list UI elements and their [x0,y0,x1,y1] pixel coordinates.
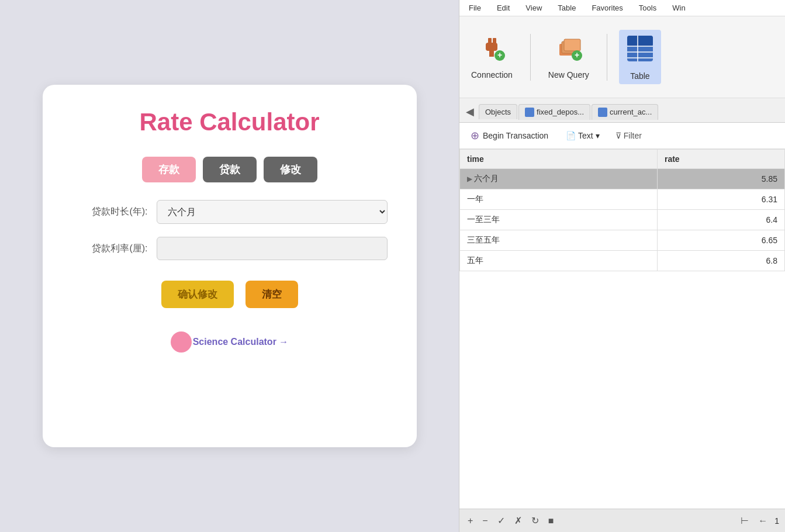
menu-table[interactable]: Table [554,2,579,13]
first-page-button[interactable]: ⊢ [738,514,751,527]
toolbar-new-query[interactable]: + New Query [542,31,595,83]
stop-button[interactable]: ■ [546,514,556,527]
refresh-button[interactable]: ↻ [529,514,541,527]
table-row[interactable]: ▶ 六个月5.85 [460,169,785,189]
toolbar-connection[interactable]: + Connection [465,31,518,83]
table-icon [625,33,655,68]
menu-file[interactable]: File [465,2,485,13]
table-row[interactable]: 一至三年6.4 [460,210,785,230]
db-table-container[interactable]: time rate ▶ 六个月5.85一年6.31一至三年6.4三至五年6.65… [459,149,785,509]
science-dot [171,331,192,353]
col-header-rate: rate [657,150,784,169]
confirm-change-button[interactable]: ✓ [495,514,507,527]
cell-time: 一至三年 [460,210,658,230]
db-tabs: ◀ Objects fixed_depos... current_ac... [459,98,785,123]
remove-row-button[interactable]: − [480,514,490,527]
svg-text:+: + [497,50,502,60]
toolbar-divider-1 [530,34,531,81]
calculator-title: Rate Calculator [139,108,319,136]
cell-time: 三至五年 [460,230,658,251]
svg-rect-12 [627,36,653,46]
bottom-left-controls: + − ✓ ✗ ↻ ■ [465,514,556,527]
rate-input[interactable] [157,237,388,260]
tab-loan[interactable]: 贷款 [203,157,257,182]
svg-rect-2 [486,43,497,51]
begin-transaction-button[interactable]: ⊕ Begin Transaction [464,126,555,145]
tab-buttons: 存款 贷款 修改 [142,157,317,182]
cell-rate: 6.31 [657,189,784,210]
clear-button[interactable]: 清空 [245,281,298,308]
tab-objects[interactable]: Objects [479,104,517,119]
cell-time: 五年 [460,251,658,271]
menu-favorites[interactable]: Favorites [588,2,626,13]
tab-deposit[interactable]: 存款 [142,157,196,182]
connection-label: Connection [471,70,513,80]
page-number: 1 [774,516,779,526]
current-account-icon [598,108,607,117]
svg-text:+: + [575,50,579,60]
cell-time: 一年 [460,189,658,210]
form-section: 贷款时长(年): 六个月 一年 一至三年 三至五年 五年 贷款利率(厘): [72,200,388,260]
text-dropdown-icon: ▾ [596,131,600,140]
filter-label: Filter [624,131,642,140]
svg-rect-8 [564,39,580,51]
duration-select[interactable]: 六个月 一年 一至三年 三至五年 五年 [157,200,388,224]
svg-rect-3 [489,51,494,57]
cell-rate: 6.8 [657,251,784,271]
rate-label: 贷款利率(厘): [72,243,148,255]
science-calculator-link[interactable]: Science Calculator → [181,337,289,347]
confirm-button[interactable]: 确认修改 [161,281,234,308]
menu-win[interactable]: Win [669,2,689,13]
objects-tab-label: Objects [485,108,511,116]
fixed-deposit-label: fixed_depos... [537,108,584,116]
toolbar-divider-2 [607,34,607,81]
db-bottom-bar: + − ✓ ✗ ↻ ■ ⊢ ← 1 [459,509,785,532]
prev-page-button[interactable]: ← [756,514,770,527]
bottom-right-controls: ⊢ ← 1 [738,514,779,527]
calculator-card: Rate Calculator 存款 贷款 修改 贷款时长(年): 六个月 一年… [43,85,417,447]
cell-rate: 6.4 [657,210,784,230]
cell-rate: 5.85 [657,169,784,189]
current-account-label: current_ac... [610,108,652,116]
row-arrow-icon: ▶ [467,175,474,183]
tab-fixed-deposit[interactable]: fixed_depos... [518,104,590,120]
left-panel: Rate Calculator 存款 贷款 修改 贷款时长(年): 六个月 一年… [0,0,459,532]
menu-view[interactable]: View [522,2,545,13]
text-label: Text [578,131,593,140]
col-header-time: time [460,150,658,169]
add-row-button[interactable]: + [465,514,475,527]
filter-button[interactable]: ⊽ Filter [611,129,646,143]
duration-row: 贷款时长(年): 六个月 一年 一至三年 三至五年 五年 [72,200,388,224]
db-action-bar: ⊕ Begin Transaction 📄 Text ▾ ⊽ Filter [459,123,785,149]
rate-row: 贷款利率(厘): [72,237,388,260]
begin-transaction-label: Begin Transaction [483,131,548,140]
data-table: time rate ▶ 六个月5.85一年6.31一至三年6.4三至五年6.65… [459,149,785,271]
filter-icon: ⊽ [615,131,621,140]
new-query-label: New Query [548,70,589,80]
collapse-button[interactable]: ◀ [462,103,478,120]
menu-edit[interactable]: Edit [493,2,513,13]
new-query-icon: + [555,34,583,67]
fixed-deposit-icon [525,108,534,117]
begin-transaction-icon: ⊕ [471,129,479,142]
menu-tools[interactable]: Tools [635,2,660,13]
cell-rate: 6.65 [657,230,784,251]
connection-icon: + [478,34,506,67]
tab-current-account[interactable]: current_ac... [592,104,658,120]
science-link-wrapper: Science Calculator → [171,331,289,353]
duration-label: 贷款时长(年): [72,206,148,218]
text-button[interactable]: 📄 Text ▾ [559,128,606,143]
toolbar-table[interactable]: Table [619,30,661,84]
db-toolbar: + Connection + New Query [459,16,785,98]
right-panel: File Edit View Table Favorites Tools Win… [459,0,785,532]
action-buttons: 确认修改 清空 [161,281,298,308]
cancel-change-button[interactable]: ✗ [512,514,524,527]
text-doc-icon: 📄 [566,131,576,140]
menu-bar: File Edit View Table Favorites Tools Win [459,0,785,16]
table-row[interactable]: 三至五年6.65 [460,230,785,251]
table-label: Table [630,71,649,81]
tab-modify[interactable]: 修改 [264,157,317,182]
cell-time: ▶ 六个月 [460,169,658,189]
table-row[interactable]: 一年6.31 [460,189,785,210]
table-row[interactable]: 五年6.8 [460,251,785,271]
